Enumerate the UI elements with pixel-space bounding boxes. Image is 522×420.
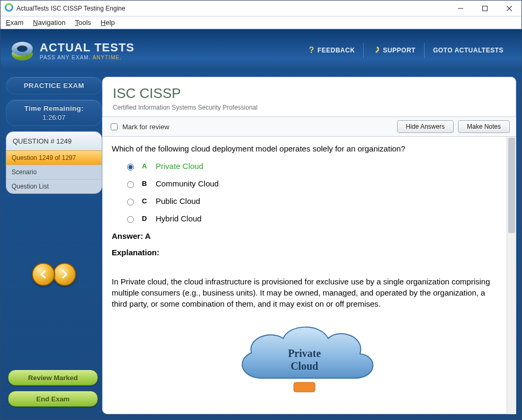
answer-label: Answer: A <box>112 231 497 240</box>
question-icon: ? <box>309 46 314 55</box>
goto-actualtests-link[interactable]: GOTO ACTUALTESTS <box>424 43 512 58</box>
option-d-radio[interactable] <box>127 216 134 223</box>
explanation-text: In Private cloud, the cloud infrastructu… <box>112 276 497 309</box>
top-links: ? FEEDBACK SUPPORT GOTO ACTUALTESTS <box>300 43 512 58</box>
end-exam-button[interactable]: End Exam <box>8 391 98 407</box>
mark-for-review-checkbox[interactable]: Mark for review <box>109 122 169 132</box>
wrench-icon <box>372 46 380 55</box>
vertical-scrollbar[interactable] <box>507 137 516 414</box>
question-body: Which of the following cloud deployment … <box>102 137 516 414</box>
logo-icon <box>10 38 34 62</box>
next-question-button[interactable] <box>53 263 76 286</box>
exam-subtitle: Certified Information Systems Security P… <box>113 104 506 111</box>
option-c-radio[interactable] <box>127 199 134 205</box>
option-c[interactable]: C Public Cloud <box>124 196 497 205</box>
brand-logo: ACTUAL TESTS PASS ANY EXAM. ANYTIME. <box>10 38 134 62</box>
workspace: PRACTICE EXAM Time Remaining: 1:26:07 QU… <box>1 72 521 419</box>
title-bar: ActualTests ISC CISSP Testing Engine <box>1 1 521 16</box>
cloud-label-1: Private <box>288 347 321 359</box>
menu-help[interactable]: Help <box>101 19 115 26</box>
exam-title: ISC CISSP <box>113 85 506 102</box>
make-notes-button[interactable]: Make Notes <box>458 120 510 133</box>
option-b-radio[interactable] <box>127 181 134 188</box>
app-icon <box>5 3 13 13</box>
close-button[interactable] <box>497 1 521 16</box>
option-a-radio[interactable] <box>127 164 134 171</box>
question-list-tab[interactable]: Question List <box>6 179 102 193</box>
hide-answers-button[interactable]: Hide Answers <box>397 120 454 133</box>
menu-navigation[interactable]: Navigation <box>33 19 65 26</box>
menu-bar: Exam Navigation Tools Help <box>1 16 521 29</box>
option-d[interactable]: D Hybrid Cloud <box>124 214 497 223</box>
explanation-heading: Explanation: <box>112 248 497 257</box>
svg-rect-8 <box>294 382 315 392</box>
question-scroll-area[interactable]: Which of the following cloud deployment … <box>102 137 507 414</box>
menu-tools[interactable]: Tools <box>75 19 91 26</box>
main-panel: ISC CISSP Certified Information Systems … <box>102 77 516 414</box>
option-a[interactable]: A Private Cloud <box>124 162 497 171</box>
private-cloud-diagram: Private Cloud <box>112 320 497 394</box>
banner: ACTUAL TESTS PASS ANY EXAM. ANYTIME. ? F… <box>1 29 521 72</box>
scenario-tab[interactable]: Scenario <box>6 165 102 179</box>
question-progress-tab[interactable]: Question 1249 of 1297 <box>6 150 102 165</box>
question-nav-box: QUESTION # 1249 Question 1249 of 1297 Sc… <box>6 131 102 194</box>
svg-point-7 <box>17 46 28 52</box>
question-toolbar: Mark for review Hide Answers Make Notes <box>102 117 516 137</box>
minimize-button[interactable] <box>448 1 473 16</box>
window-title: ActualTests ISC CISSP Testing Engine <box>16 5 125 12</box>
brand-name: ACTUAL TESTS <box>40 41 134 55</box>
support-link[interactable]: SUPPORT <box>363 43 424 58</box>
cloud-label-2: Cloud <box>291 360 318 372</box>
brand-tagline: PASS ANY EXAM. ANYTIME. <box>40 55 134 60</box>
review-marked-button[interactable]: Review Marked <box>8 370 98 386</box>
option-b[interactable]: B Community Cloud <box>124 179 497 188</box>
question-number-header: QUESTION # 1249 <box>6 132 102 150</box>
nav-arrows <box>6 263 102 286</box>
mark-for-review-input[interactable] <box>111 123 118 130</box>
svg-rect-2 <box>483 6 488 11</box>
maximize-button[interactable] <box>473 1 497 16</box>
sidebar: PRACTICE EXAM Time Remaining: 1:26:07 QU… <box>1 72 102 414</box>
prev-question-button[interactable] <box>32 263 55 286</box>
question-text: Which of the following cloud deployment … <box>112 144 497 153</box>
time-remaining-pill: Time Remaining: 1:26:07 <box>6 100 102 126</box>
practice-exam-pill: PRACTICE EXAM <box>6 77 102 94</box>
scrollbar-thumb[interactable] <box>508 138 515 233</box>
app-window: ActualTests ISC CISSP Testing Engine Exa… <box>0 0 522 420</box>
exam-header: ISC CISSP Certified Information Systems … <box>102 77 516 117</box>
menu-exam[interactable]: Exam <box>6 19 23 26</box>
feedback-link[interactable]: ? FEEDBACK <box>300 43 363 58</box>
